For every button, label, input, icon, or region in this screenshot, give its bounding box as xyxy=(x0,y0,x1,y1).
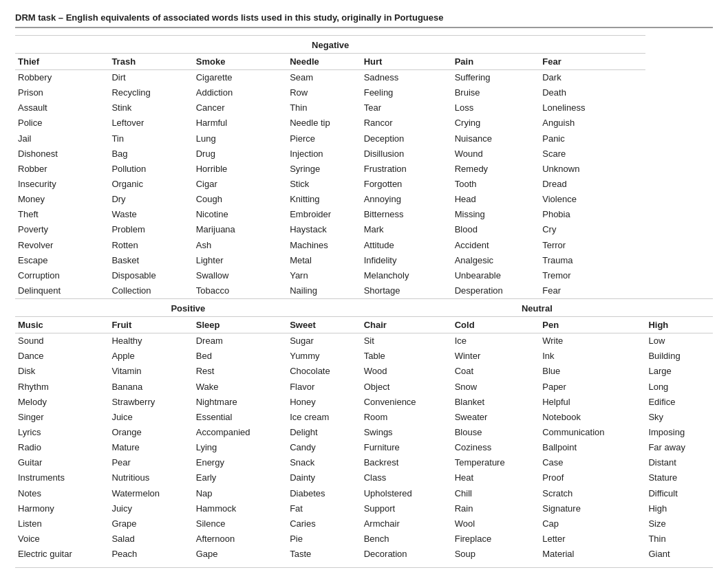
pos-neutral-headers-row: Positive Neutral xyxy=(15,299,713,317)
table-row: SingerJuiceEssentialIce creamRoomSweater… xyxy=(15,410,713,425)
table-row: MoneyDryCoughKnittingAnnoyingHeadViolenc… xyxy=(15,192,713,207)
table-row: PrisonRecyclingAddictionRowFeelingBruise… xyxy=(15,85,713,100)
table-row: JailTinLungPierceDeceptionNuisancePanic xyxy=(15,131,713,146)
table-row: DiskVitaminRestChocolateWoodCoatBlueLarg… xyxy=(15,364,713,379)
table-row: Electric guitarPeachGapeTasteDecorationS… xyxy=(15,547,713,562)
footnote: Words were translated to English; for th… xyxy=(15,567,713,570)
table-row: PovertyProblemMarijuanaHaystackMarkBlood… xyxy=(15,222,713,237)
table-row: EscapeBasketLighterMetalInfidelityAnalge… xyxy=(15,253,713,268)
table-row: CorruptionDisposableSwallowYarnMelanchol… xyxy=(15,268,713,283)
table-row: InstrumentsNutritiousEarlyDaintyClassHea… xyxy=(15,470,713,485)
table-row: RobberyDirtCigaretteSeamSadnessSuffering… xyxy=(15,70,713,86)
table-row: PoliceLeftoverHarmfulNeedle tipRancorCry… xyxy=(15,116,713,131)
table-row: ListenGrapeSilenceCariesArmchairWoolCapS… xyxy=(15,516,713,531)
negative-section-header: Negative xyxy=(15,36,713,54)
table-row: DishonestBagDrugInjectionDisillusionWoun… xyxy=(15,146,713,162)
page-title: DRM task – English equivalents of associ… xyxy=(15,12,713,28)
table-row: RevolverRottenAshMachinesAttitudeAcciden… xyxy=(15,238,713,253)
table-row: LyricsOrangeAccompaniedDelightSwingsBlou… xyxy=(15,425,713,440)
table-row: InsecurityOrganicCigarStickForgottenToot… xyxy=(15,177,713,192)
table-row: RadioMatureLyingCandyFurnitureCozinessBa… xyxy=(15,440,713,455)
table-row: TheftWasteNicotineEmbroiderBitternessMis… xyxy=(15,207,713,222)
negative-col-headers: Thief Trash Smoke Needle Hurt Pain Fear xyxy=(15,54,713,70)
table-row: NotesWatermelonNapDiabetesUpholsteredChi… xyxy=(15,486,713,501)
table-row: HarmonyJuicyHammockFatSupportRainSignatu… xyxy=(15,501,713,516)
table-row: DanceAppleBedYummyTableWinterInkBuilding xyxy=(15,349,713,364)
table-row: VoiceSaladAfternoonPieBenchFireplaceLett… xyxy=(15,531,713,547)
table-row: DelinquentCollectionTobaccoNailingShorta… xyxy=(15,283,713,299)
table-row: SoundHealthyDreamSugarSitIceWriteLow xyxy=(15,333,713,349)
table-row: RhythmBananaWakeFlavorObjectSnowPaperLon… xyxy=(15,380,713,395)
table-row: GuitarPearEnergySnackBackrestTemperature… xyxy=(15,455,713,470)
pos-neutral-col-headers: Music Fruit Sleep Sweet Chair Cold Pen H… xyxy=(15,317,713,333)
table-row: RobberPollutionHorribleSyringeFrustratio… xyxy=(15,162,713,177)
table-row: AssaultStinkCancerThinTearLossLoneliness xyxy=(15,100,713,116)
table-row: MelodyStrawberryNightmareHoneyConvenienc… xyxy=(15,395,713,410)
